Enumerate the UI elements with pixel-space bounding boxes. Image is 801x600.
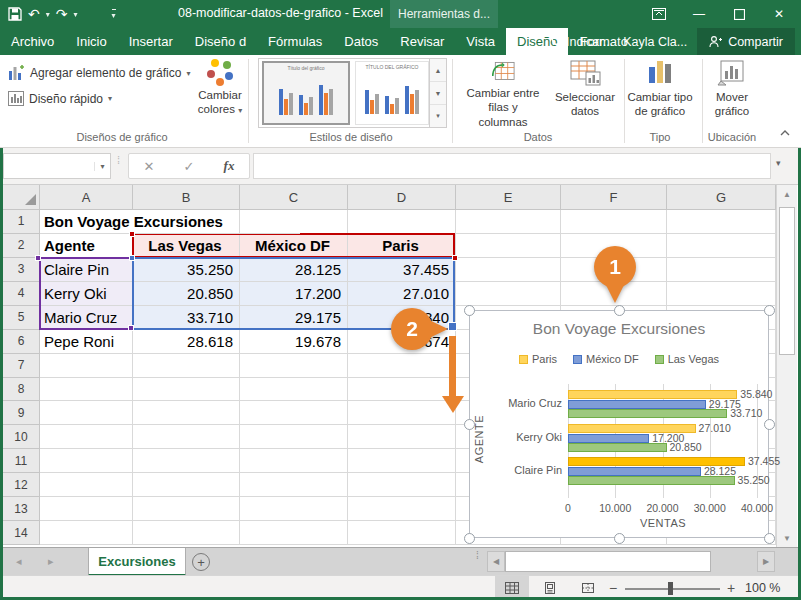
hscroll-left-icon[interactable]: ◀ — [487, 551, 505, 572]
chart-category-label[interactable]: Kerry Oki — [478, 431, 562, 443]
formula-bar-expand-icon[interactable]: ▾ — [776, 158, 781, 168]
cell-F1[interactable] — [561, 210, 667, 234]
add-chart-element-button[interactable]: Agregar elemento de gráfico▾ — [8, 65, 190, 81]
cell-D14[interactable] — [348, 521, 456, 545]
row-header-1[interactable]: 1 — [3, 210, 40, 234]
range-handle-red-br[interactable] — [452, 255, 458, 261]
maximize-button[interactable] — [719, 0, 759, 28]
tab-insertar[interactable]: Insertar — [118, 28, 184, 55]
cell-C7[interactable] — [240, 354, 348, 378]
cell-B2[interactable]: Las Vegas — [133, 234, 240, 258]
range-handle-blue-tl[interactable] — [129, 255, 135, 261]
chart-handle-top-center[interactable] — [614, 305, 625, 316]
tab-archivo[interactable]: Archivo — [0, 28, 65, 55]
save-icon[interactable] — [8, 7, 22, 21]
chart-bar-méxico-df[interactable] — [568, 434, 649, 443]
undo-icon[interactable]: ↶ — [28, 7, 40, 21]
tab-revisar[interactable]: Revisar — [389, 28, 455, 55]
chart-bar-méxico-df[interactable] — [568, 467, 701, 476]
cell-A6[interactable]: Pepe Roni — [40, 330, 133, 354]
cell-D13[interactable] — [348, 497, 456, 521]
row-header-3[interactable]: 3 — [3, 258, 40, 282]
cell-G1[interactable] — [667, 210, 776, 234]
range-handle-red-tl[interactable] — [129, 231, 135, 237]
row-header-13[interactable]: 13 — [3, 497, 40, 521]
zoom-in-icon[interactable]: + — [727, 580, 735, 596]
row-header-7[interactable]: 7 — [3, 354, 40, 378]
insert-function-icon[interactable]: fx — [224, 158, 235, 174]
cell-G3[interactable] — [667, 258, 776, 282]
cell-D10[interactable] — [348, 425, 456, 449]
range-handle-purple-br[interactable] — [128, 325, 134, 331]
close-button[interactable]: ✕ — [759, 0, 799, 28]
cell-C13[interactable] — [240, 497, 348, 521]
column-header-F[interactable]: F — [561, 185, 667, 210]
cell-G4[interactable] — [667, 282, 776, 306]
cell-D3[interactable]: 37.455 — [348, 258, 456, 282]
name-box-dropdown-icon[interactable]: ▾ — [94, 162, 110, 171]
cell-E2[interactable] — [456, 234, 561, 258]
cell-A5[interactable]: Mario Cruz — [40, 306, 133, 330]
cell-B4[interactable]: 20.850 — [133, 282, 240, 306]
cell-A4[interactable]: Kerry Oki — [40, 282, 133, 306]
cell-D11[interactable] — [348, 449, 456, 473]
sheet-tab-excursiones[interactable]: Excursiones — [88, 548, 186, 576]
cell-C10[interactable] — [240, 425, 348, 449]
row-header-8[interactable]: 8 — [3, 378, 40, 402]
cell-C6[interactable]: 19.678 — [240, 330, 348, 354]
cell-D8[interactable] — [348, 378, 456, 402]
chart-bar-méxico-df[interactable] — [568, 400, 706, 409]
chart-bar-las-vegas[interactable] — [568, 409, 727, 418]
row-header-9[interactable]: 9 — [3, 401, 40, 425]
cell-A10[interactable] — [40, 425, 133, 449]
tell-me-button[interactable]: Indicar... — [551, 35, 613, 49]
tab-scrollbar-splitter[interactable]: ⁞ — [476, 553, 479, 559]
redo-icon[interactable]: ↷ — [56, 7, 68, 21]
cell-D4[interactable]: 27.010 — [348, 282, 456, 306]
chart-handle-top-left[interactable] — [464, 305, 475, 316]
chart-handle-bottom-center[interactable] — [614, 533, 625, 544]
change-colors-button[interactable]: Cambiarcolores ▾ — [188, 59, 252, 129]
name-box[interactable]: ▾ — [3, 153, 111, 179]
cell-A8[interactable] — [40, 378, 133, 402]
cell-A1[interactable]: Bon Voyage Excursiones — [40, 210, 300, 234]
tab-vista[interactable]: Vista — [455, 28, 506, 55]
cell-B11[interactable] — [133, 449, 240, 473]
ribbon-display-options-icon[interactable] — [639, 0, 679, 28]
sheet-nav-left-icon[interactable]: ◂ — [16, 555, 22, 568]
chart-style-2[interactable]: TÍTULO DEL GRÁFICO — [355, 61, 429, 125]
chart-handle-mid-right[interactable] — [764, 419, 775, 430]
chart-object[interactable]: Bon Voyage Excursiones ParisMéxico DFLas… — [469, 310, 769, 538]
cell-D12[interactable] — [348, 473, 456, 497]
hscroll-right-icon[interactable]: ▶ — [757, 551, 775, 572]
sheet-nav-right-icon[interactable]: ▸ — [48, 555, 54, 568]
zoom-level[interactable]: 100 % — [745, 581, 780, 595]
chart-title[interactable]: Bon Voyage Excursiones — [470, 320, 768, 338]
row-header-12[interactable]: 12 — [3, 473, 40, 497]
gallery-scroll-down-icon[interactable]: ▼ — [430, 82, 446, 105]
row-header-14[interactable]: 14 — [3, 521, 40, 545]
cell-C9[interactable] — [240, 401, 348, 425]
chart-bar-las-vegas[interactable] — [568, 443, 667, 452]
cell-A13[interactable] — [40, 497, 133, 521]
cell-B5[interactable]: 33.710 — [133, 306, 240, 330]
chart-bar-las-vegas[interactable] — [568, 476, 735, 485]
cell-C11[interactable] — [240, 449, 348, 473]
cell-C14[interactable] — [240, 521, 348, 545]
scroll-up-icon[interactable]: ▲ — [777, 185, 797, 203]
minimize-button[interactable]: — — [679, 0, 719, 28]
undo-dropdown-icon[interactable]: ▾ — [46, 10, 50, 19]
cell-E3[interactable] — [456, 258, 561, 282]
cell-D9[interactable] — [348, 401, 456, 425]
legend-item-méxico-df[interactable]: México DF — [573, 353, 639, 365]
zoom-out-icon[interactable]: − — [609, 580, 617, 596]
cell-B6[interactable]: 28.618 — [133, 330, 240, 354]
legend-item-paris[interactable]: Paris — [519, 353, 557, 365]
select-data-button[interactable]: Seleccionardatos — [546, 59, 624, 129]
cell-A14[interactable] — [40, 521, 133, 545]
tab-formulas[interactable]: Fórmulas — [257, 28, 333, 55]
cell-B8[interactable] — [133, 378, 240, 402]
chart-handle-bottom-left[interactable] — [464, 533, 475, 544]
cell-A2[interactable]: Agente — [40, 234, 133, 258]
chart-handle-top-right[interactable] — [764, 305, 775, 316]
